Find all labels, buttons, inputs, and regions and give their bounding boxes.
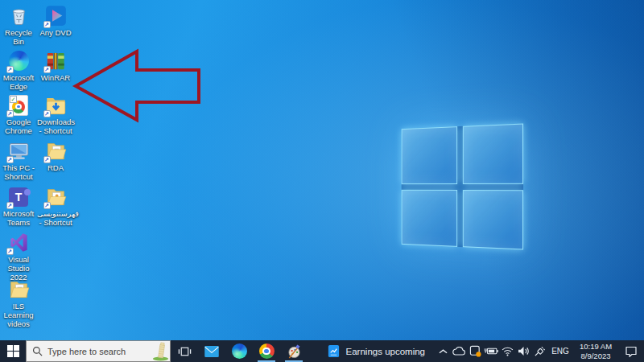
annotation-arrow xyxy=(0,0,644,340)
taskbar: Earnings upcoming xyxy=(0,340,644,362)
shortcut-arrow-badge: ↗ xyxy=(43,66,51,73)
taskbar-app-edge[interactable] xyxy=(225,340,253,362)
taskbar-app-paint[interactable] xyxy=(280,340,308,362)
desktop-icon-ils-learning-videos[interactable]: ILS Learning videos xyxy=(0,278,37,329)
mail-icon xyxy=(204,346,219,357)
desktop-icon-label: Downloads - Shortcut xyxy=(37,117,74,135)
desktop-icon-this-pc-shortcut[interactable]: ↗ This PC - Shortcut xyxy=(0,140,37,181)
desktop-icon-visual-studio-2022[interactable]: ↗ Visual Studio 2022 xyxy=(0,232,37,282)
tray-safely-remove-hardware[interactable] xyxy=(531,340,547,362)
action-center-icon xyxy=(625,346,638,357)
winrar-icon: ↗ xyxy=(45,50,67,72)
folder-documents-icon xyxy=(8,278,30,300)
desktop-icon-fehrestnevisi-shortcut[interactable]: ↗ فهرستنویسی - Shortcut xyxy=(37,186,74,227)
tray-onedrive[interactable] xyxy=(451,340,467,362)
chrome-icon: ✓ ↗ xyxy=(8,94,30,116)
desktop-icon-label: فهرستنویسی - Shortcut xyxy=(37,209,74,227)
desktop-icon-label: Microsoft Teams xyxy=(0,209,37,227)
cloud-icon xyxy=(452,347,466,356)
clock-date: 8/9/2023 xyxy=(581,352,611,361)
tray-volume[interactable] xyxy=(515,340,531,362)
shortcut-arrow-badge: ↗ xyxy=(6,202,14,209)
windows-logo-wallpaper xyxy=(402,124,523,250)
desktop-icon-label: WinRAR xyxy=(41,73,70,82)
tray-wifi[interactable] xyxy=(499,340,515,362)
language-code: ENG xyxy=(551,347,569,356)
start-button[interactable] xyxy=(0,340,26,362)
shortcut-arrow-badge: ↗ xyxy=(43,21,51,28)
battery-charging-icon xyxy=(484,347,499,356)
usb-plug-icon xyxy=(534,345,546,357)
search-icon xyxy=(32,346,43,356)
left-arrow-outline xyxy=(76,51,199,120)
desktop-icon-label: Google Chrome xyxy=(0,117,37,135)
shortcut-arrow-badge: ↗ xyxy=(6,66,14,73)
edge-icon xyxy=(232,343,247,359)
shortcut-arrow-badge: ↗ xyxy=(6,156,14,163)
desktop-icon-microsoft-teams[interactable]: T ↗ Microsoft Teams xyxy=(0,186,37,227)
windows-logo-pane xyxy=(462,124,523,184)
taskbar-app-mail[interactable] xyxy=(198,340,225,362)
task-view-button[interactable] xyxy=(171,340,198,362)
teams-letter: T xyxy=(15,191,23,204)
media-player-icon: ↗ xyxy=(45,5,67,27)
pictures-folder-icon: ↗ xyxy=(45,186,67,208)
taskbar-empty-space xyxy=(308,340,320,362)
news-interests-widget[interactable]: Earnings upcoming xyxy=(320,340,435,362)
desktop[interactable]: Recycle Bin ↗ Any DVD ↗ Microsoft Edge xyxy=(0,0,644,340)
windows-logo-pane xyxy=(462,190,523,250)
check-icon: ✓ xyxy=(10,96,17,103)
teams-icon: T ↗ xyxy=(8,186,30,208)
desktop-icon-any-dvd[interactable]: ↗ Any DVD xyxy=(37,5,74,37)
windows-logo-pane xyxy=(402,126,457,184)
stocks-chart-icon xyxy=(327,344,341,358)
wifi-icon xyxy=(502,347,514,356)
desktop-icon-label: Recycle Bin xyxy=(0,28,37,46)
desktop-icon-rda[interactable]: ↗ RDA xyxy=(37,140,74,172)
windows-logo-pane xyxy=(402,189,457,247)
desktop-icon-label: RDA xyxy=(47,163,64,172)
search-input[interactable] xyxy=(47,347,152,356)
desktop-icon-label: Any DVD xyxy=(39,28,71,37)
folder-documents-icon: ↗ xyxy=(45,140,67,162)
shortcut-arrow-badge: ↗ xyxy=(6,110,14,117)
task-view-icon xyxy=(178,346,192,357)
desktop-icon-recycle-bin[interactable]: Recycle Bin xyxy=(0,5,37,46)
shortcut-arrow-badge: ↗ xyxy=(6,248,14,255)
paint-icon xyxy=(287,343,302,359)
desktop-icon-label: This PC - Shortcut xyxy=(0,163,37,181)
shortcut-arrow-badge: ↗ xyxy=(43,110,51,117)
clock-time: 10:19 AM xyxy=(580,342,612,352)
shortcut-arrow-badge: ↗ xyxy=(43,202,51,209)
taskbar-search-box[interactable] xyxy=(26,340,171,362)
computer-icon: ↗ xyxy=(8,140,30,162)
windows-start-icon xyxy=(7,345,19,357)
widget-headline: Earnings upcoming xyxy=(346,347,425,356)
tray-language-indicator[interactable]: ENG xyxy=(547,340,573,362)
downloads-folder-icon: ↗ xyxy=(45,94,67,116)
chrome-icon xyxy=(259,343,275,359)
shortcut-arrow-badge: ↗ xyxy=(43,156,51,163)
desktop-icon-downloads-shortcut[interactable]: ↗ Downloads - Shortcut xyxy=(37,94,74,135)
app-window-notification-icon xyxy=(469,345,481,357)
speaker-icon xyxy=(518,346,530,356)
desktop-icon-google-chrome[interactable]: ✓ ↗ Google Chrome xyxy=(0,94,37,135)
tray-battery[interactable] xyxy=(483,340,499,362)
tray-clock[interactable]: 10:19 AM 8/9/2023 xyxy=(573,340,618,362)
desktop-icon-winrar[interactable]: ↗ WinRAR xyxy=(37,50,74,82)
edge-icon: ↗ xyxy=(8,50,30,72)
chevron-up-icon xyxy=(439,348,448,355)
recycle-bin-icon xyxy=(8,5,30,27)
desktop-icon-label: ILS Learning videos xyxy=(0,302,37,329)
tray-show-hidden-icons-button[interactable] xyxy=(435,340,451,362)
visual-studio-icon: ↗ xyxy=(8,232,30,253)
desktop-icon-microsoft-edge[interactable]: ↗ Microsoft Edge xyxy=(0,50,37,91)
desktop-icon-label: Microsoft Edge xyxy=(0,73,37,91)
search-highlight-pisa-tower-image[interactable] xyxy=(152,341,169,361)
tray-app-notification[interactable] xyxy=(467,340,483,362)
action-center-button[interactable] xyxy=(618,340,644,362)
taskbar-app-chrome[interactable] xyxy=(253,340,280,362)
